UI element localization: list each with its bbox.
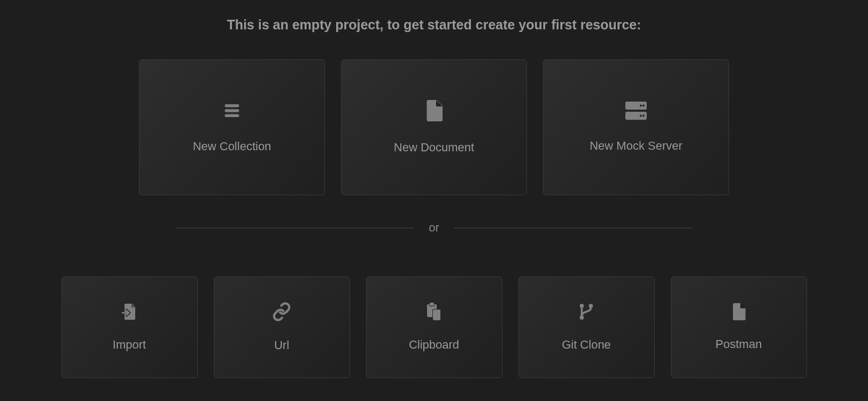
svg-rect-1: [225, 109, 239, 112]
primary-row: New Collection New Document New Mock Ser: [139, 59, 729, 195]
import-label: Import: [113, 338, 146, 352]
svg-rect-0: [225, 104, 239, 107]
import-button[interactable]: Import: [61, 276, 198, 378]
link-icon: [272, 302, 291, 321]
page-title: This is an empty project, to get started…: [227, 17, 641, 33]
url-button[interactable]: Url: [214, 276, 350, 378]
divider-line-left: [176, 228, 414, 228]
file-icon: [425, 100, 443, 121]
divider: or: [176, 221, 692, 235]
bars-icon: [222, 101, 242, 120]
new-document-button[interactable]: New Document: [341, 59, 527, 195]
clipboard-label: Clipboard: [409, 338, 459, 352]
git-clone-label: Git Clone: [562, 338, 611, 352]
svg-rect-12: [430, 303, 434, 306]
svg-point-7: [640, 115, 642, 117]
clipboard-icon: [425, 303, 443, 321]
file-import-icon: [120, 303, 138, 321]
new-mock-server-label: New Mock Server: [590, 139, 683, 153]
secondary-row: Import Url Clipboard: [61, 276, 807, 378]
new-collection-label: New Collection: [193, 140, 272, 153]
server-icon: [625, 102, 647, 120]
git-branch-icon: [578, 303, 594, 321]
svg-point-6: [642, 105, 645, 107]
new-mock-server-button[interactable]: New Mock Server: [543, 59, 729, 195]
new-document-label: New Document: [394, 141, 474, 155]
divider-label: or: [414, 221, 454, 235]
url-label: Url: [274, 338, 289, 352]
svg-rect-2: [225, 114, 239, 117]
postman-label: Postman: [716, 337, 762, 351]
file-icon: [732, 303, 746, 320]
new-collection-button[interactable]: New Collection: [139, 59, 325, 195]
svg-point-5: [640, 105, 642, 107]
postman-button[interactable]: Postman: [671, 276, 807, 378]
svg-point-8: [642, 115, 645, 117]
divider-line-right: [454, 228, 692, 228]
clipboard-button[interactable]: Clipboard: [366, 276, 502, 378]
git-clone-button[interactable]: Git Clone: [518, 276, 655, 378]
